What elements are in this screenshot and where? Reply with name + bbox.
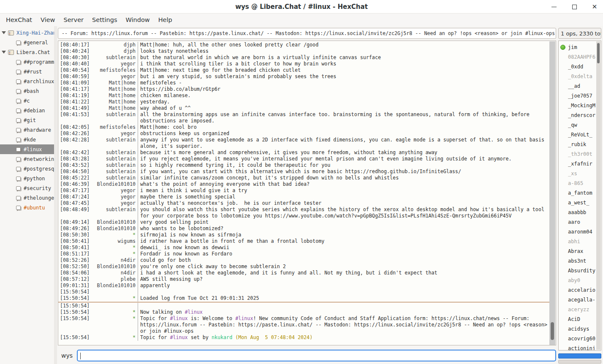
- user-nick: accelario: [568, 287, 595, 293]
- userlist-item[interactable]: _nderscor: [559, 110, 601, 120]
- chat-scrollbar[interactable]: [549, 41, 555, 345]
- menu-item-view[interactable]: View: [36, 15, 59, 25]
- chat-message-row: [08:42:26]yegorobstructions keep us orga…: [58, 130, 549, 137]
- window-title: wys @ Libera.Chat / #linux - HexChat: [235, 3, 368, 11]
- userlist-scrollbar-thumb[interactable]: [597, 43, 600, 63]
- user-nick: _0xdd: [568, 64, 583, 70]
- nick: Blondie101010: [97, 225, 136, 232]
- close-button[interactable]: ✕: [590, 3, 599, 11]
- chat-message-row: [09:01:31]Blondie101010apparently: [58, 283, 549, 289]
- userlist-item[interactable]: a_west_: [559, 198, 601, 207]
- topic-text: -- Forum: https://linux.forum -- Pastebi…: [62, 30, 555, 36]
- timestamp: [08:40:59]: [60, 73, 90, 80]
- menu-item-settings[interactable]: Settings: [88, 15, 121, 25]
- input-row: wys: [58, 349, 556, 362]
- message-text: but i am very stupid, so subtlerain's mi…: [138, 73, 549, 80]
- sidebar-item-git[interactable]: #git: [0, 115, 54, 125]
- userlist-item[interactable]: aaabbb: [559, 207, 601, 217]
- sidebar-item-python[interactable]: #python: [0, 174, 54, 183]
- userlist-item[interactable]: _th3r00t: [559, 149, 601, 159]
- timestamp: [08:48:49]: [60, 206, 90, 213]
- nick: subtlerain: [106, 54, 136, 61]
- userlist-scrollbar[interactable]: [596, 41, 600, 350]
- status-asterisk: *: [133, 315, 136, 322]
- userlist-item[interactable]: __ad: [559, 81, 601, 91]
- userlist-item[interactable]: acovrig60: [559, 334, 601, 343]
- userlist-item[interactable]: abhi: [559, 236, 601, 246]
- topic-bar[interactable]: -- Forum: https://linux.forum -- Pastebi…: [58, 28, 556, 39]
- userlist-item[interactable]: _ReVoLt_: [559, 130, 601, 139]
- minimize-button[interactable]: [550, 3, 558, 11]
- nick: Blondie101010: [97, 181, 136, 187]
- userlist-item[interactable]: aby0: [559, 275, 601, 285]
- userlist-item[interactable]: _qw: [559, 120, 601, 130]
- userlist-item[interactable]: _0xdelta: [559, 71, 601, 81]
- expander-icon[interactable]: [2, 51, 6, 54]
- userlist-item[interactable]: Absurdity: [559, 266, 601, 275]
- timestamp: [08:42:05]: [60, 124, 90, 130]
- message-text: Matt|home: next time go for the breaded …: [138, 67, 549, 73]
- menu-item-help[interactable]: Help: [154, 15, 177, 25]
- userlist-item[interactable]: 082AAHPF6: [559, 52, 601, 62]
- sidebar-item-hardware[interactable]: #hardware: [0, 125, 54, 135]
- userlist-item[interactable]: _MockingM: [559, 101, 601, 110]
- sidebar-item-c[interactable]: #c: [0, 96, 54, 106]
- sidebar-item-label: #debian: [24, 108, 45, 114]
- sidebar-item-rust[interactable]: ##rust: [0, 67, 54, 76]
- sidebar-item-linux[interactable]: #linux: [0, 144, 54, 154]
- sidebar-scrollbar[interactable]: [54, 26, 57, 364]
- sidebar-item-bash[interactable]: #bash: [0, 86, 54, 96]
- message-segment: because it's more general and comprehens…: [140, 149, 437, 155]
- sidebar-item-debian[interactable]: #debian: [0, 106, 54, 115]
- message-input[interactable]: [77, 350, 556, 361]
- message-segment: id rather have a bottle in front of me t…: [140, 238, 324, 244]
- sidebar-item-xing-hai-zhang[interactable]: Xing-Hai-Zhang: [0, 28, 54, 38]
- userlist-item[interactable]: accelario: [559, 285, 601, 295]
- timestamp: [08:43:52]: [60, 162, 90, 168]
- userlist-item[interactable]: actioninj: [559, 343, 601, 350]
- userlist-item[interactable]: aceryzz: [559, 304, 601, 314]
- sidebar-item-postgresql[interactable]: #postgresql: [0, 164, 54, 174]
- text-caret: [80, 353, 81, 359]
- sidebar-item-security[interactable]: #security: [0, 183, 54, 193]
- userlist-item[interactable]: aaronm04: [559, 227, 601, 236]
- userlist-item[interactable]: acegalla-: [559, 295, 601, 304]
- userlist-item[interactable]: a-865: [559, 178, 601, 188]
- menu-item-window[interactable]: Window: [122, 15, 154, 25]
- maximize-button[interactable]: [570, 3, 579, 11]
- timestamp: [09:01:31]: [60, 283, 90, 289]
- message-segment: maybe there is something special: [140, 194, 235, 200]
- userlist-item[interactable]: a_fantom: [559, 188, 601, 198]
- sidebar-item-kde[interactable]: #kde: [0, 135, 54, 144]
- sidebar-item-networking[interactable]: #networking: [0, 154, 54, 164]
- status-asterisk: *: [133, 232, 136, 238]
- sidebar-item-thelounge[interactable]: #thelounge: [0, 193, 54, 203]
- timestamp: [08:42:26]: [60, 130, 90, 137]
- menu-item-server[interactable]: Server: [59, 15, 88, 25]
- menu-item-hexchat[interactable]: HexChat: [2, 15, 36, 25]
- userlist-item[interactable]: _xfafnir: [559, 159, 601, 168]
- userlist-item[interactable]: _0xdd: [559, 62, 601, 71]
- userlist-item[interactable]: _joe7057: [559, 91, 601, 101]
- userlist-item[interactable]: abs3nt: [559, 256, 601, 266]
- userlist-item[interactable]: _rubik: [559, 139, 601, 149]
- sidebar-item-programming[interactable]: ##programming: [0, 57, 54, 67]
- sidebar-item-ubuntu[interactable]: #ubuntu: [0, 203, 54, 212]
- userlist-item[interactable]: jim: [559, 42, 601, 52]
- userlist-item[interactable]: aaro: [559, 217, 601, 227]
- expander-icon[interactable]: [2, 31, 6, 34]
- sidebar-item-general[interactable]: #general: [0, 38, 54, 47]
- user-nick: aaabbb: [568, 209, 586, 215]
- userlist-item[interactable]: AciD: [559, 314, 601, 324]
- message-text: Loaded log from Tue Oct 21 09:01:31 2025: [138, 295, 549, 302]
- userlist-item[interactable]: _xs: [559, 168, 601, 178]
- userlist-item[interactable]: Abrax: [559, 246, 601, 256]
- user-list: jim082AAHPF6_0xdd_0xdelta__ad_joe7057_Mo…: [558, 41, 601, 350]
- timestamp: [08:50:30]: [60, 232, 90, 238]
- sidebar-item-label: ##rust: [24, 69, 42, 75]
- sidebar-item-archlinux[interactable]: #archlinux: [0, 76, 54, 86]
- chat-scrollbar-thumb[interactable]: [551, 322, 554, 340]
- userlist-item[interactable]: acidsys: [559, 324, 601, 334]
- chat-message-row: [08:47:17]yegori mean i think i would gi…: [58, 187, 549, 194]
- sidebar-item-libera.chat[interactable]: Libera.Chat: [0, 47, 54, 57]
